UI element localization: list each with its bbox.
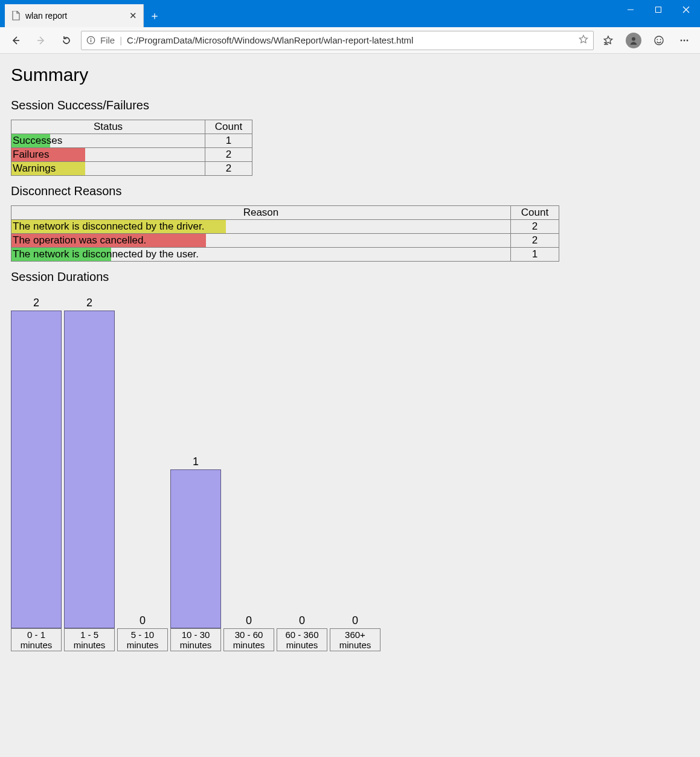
favorite-star-icon[interactable] — [579, 34, 588, 46]
status-table: Status Count Successes1Failures2Warnings… — [11, 120, 252, 176]
more-menu-button[interactable] — [673, 31, 695, 50]
page-content: Summary Session Success/Failures Status … — [0, 54, 700, 675]
forward-button[interactable] — [30, 31, 52, 50]
chart-x-label: 0 - 1minutes — [11, 628, 62, 651]
reason-count-col-header: Count — [511, 206, 559, 220]
chart-x-label: 60 - 360minutes — [277, 628, 327, 651]
chart-bar-column: 0 — [223, 614, 274, 628]
window-controls — [617, 0, 700, 19]
browser-toolbar: File | C:/ProgramData/Microsoft/Windows/… — [0, 27, 700, 54]
profile-avatar[interactable] — [623, 31, 644, 50]
table-row: The operation was cancelled.2 — [11, 234, 559, 248]
svg-point-17 — [687, 39, 689, 41]
window-titlebar: wlan report ✕ ＋ — [0, 0, 700, 27]
close-tab-icon[interactable]: ✕ — [129, 10, 137, 21]
status-count-cell: 1 — [205, 134, 252, 148]
status-col-header: Status — [11, 120, 205, 134]
close-window-button[interactable] — [672, 0, 700, 19]
info-icon — [86, 36, 95, 45]
reason-count-cell: 2 — [511, 220, 559, 234]
chart-bar-column: 2 — [64, 297, 115, 628]
file-icon — [11, 11, 21, 21]
table-row: The network is disconnected by the drive… — [11, 220, 559, 234]
section-heading-durations: Session Durations — [11, 270, 689, 284]
browser-tab-active[interactable]: wlan report ✕ — [5, 4, 144, 27]
svg-point-11 — [632, 37, 635, 40]
chart-bar-column: 0 — [330, 614, 381, 628]
chart-bar-value: 0 — [223, 614, 274, 627]
chart-bar-value: 0 — [330, 614, 381, 627]
chart-bar-column: 0 — [117, 614, 168, 628]
chart-bar-column: 1 — [170, 456, 221, 628]
svg-rect-8 — [91, 39, 91, 42]
chart-bar — [11, 311, 62, 628]
chart-bar-value: 1 — [170, 456, 221, 468]
chart-bar — [64, 311, 115, 628]
status-count-cell: 2 — [205, 162, 252, 176]
status-count-cell: 2 — [205, 148, 252, 162]
table-row: Warnings2 — [11, 162, 252, 176]
status-label-cell: Failures — [11, 148, 205, 162]
table-row: Failures2 — [11, 148, 252, 162]
svg-point-7 — [91, 38, 92, 39]
table-row: The network is disconnected by the user.… — [11, 248, 559, 262]
svg-point-13 — [657, 39, 658, 40]
address-separator: | — [120, 35, 122, 45]
reason-label-cell: The operation was cancelled. — [11, 234, 511, 248]
chart-x-label: 30 - 60minutes — [223, 628, 274, 651]
status-label-cell: Successes — [11, 134, 205, 148]
reason-label-cell: The network is disconnected by the drive… — [11, 220, 511, 234]
refresh-button[interactable] — [56, 31, 77, 50]
reason-count-cell: 2 — [511, 234, 559, 248]
feedback-smiley-icon[interactable] — [648, 31, 670, 50]
reason-count-cell: 1 — [511, 248, 559, 262]
svg-point-15 — [681, 39, 682, 41]
table-row: Successes1 — [11, 134, 252, 148]
tab-title: wlan report — [25, 11, 67, 21]
address-url: C:/ProgramData/Microsoft/Windows/WlanRep… — [127, 35, 574, 45]
chart-x-label: 1 - 5minutes — [64, 628, 115, 651]
favorites-button[interactable] — [597, 31, 619, 50]
chart-bar-value: 2 — [64, 297, 115, 309]
address-scheme-label: File — [100, 35, 115, 45]
chart-bar-column: 0 — [277, 614, 327, 628]
chart-x-label: 5 - 10minutes — [117, 628, 168, 651]
chart-bar-value: 2 — [11, 297, 62, 309]
reason-col-header: Reason — [11, 206, 511, 220]
minimize-button[interactable] — [617, 0, 644, 19]
chart-bar-column: 2 — [11, 297, 62, 628]
section-heading-reasons: Disconnect Reasons — [11, 184, 689, 198]
maximize-button[interactable] — [644, 0, 672, 19]
chart-bar — [170, 469, 221, 628]
reasons-table: Reason Count The network is disconnected… — [11, 205, 559, 262]
status-label-cell: Warnings — [11, 162, 205, 176]
address-bar[interactable]: File | C:/ProgramData/Microsoft/Windows/… — [81, 31, 594, 50]
reason-label-cell: The network is disconnected by the user. — [11, 248, 511, 262]
durations-chart: 2201000 0 - 1minutes1 - 5minutes5 - 10mi… — [11, 292, 689, 651]
page-title: Summary — [11, 65, 689, 85]
new-tab-button[interactable]: ＋ — [144, 4, 165, 27]
svg-point-16 — [684, 39, 686, 41]
chart-bar-value: 0 — [117, 614, 168, 627]
svg-point-12 — [655, 36, 663, 45]
section-heading-statuses: Session Success/Failures — [11, 98, 689, 112]
content-viewport[interactable]: Summary Session Success/Failures Status … — [0, 54, 700, 757]
chart-x-label: 10 - 30minutes — [170, 628, 221, 651]
count-col-header: Count — [205, 120, 252, 134]
chart-x-label: 360+minutes — [330, 628, 381, 651]
tab-strip: wlan report ✕ ＋ — [0, 0, 165, 27]
chart-bar-value: 0 — [277, 614, 327, 627]
back-button[interactable] — [5, 31, 27, 50]
svg-point-14 — [660, 39, 661, 40]
svg-rect-1 — [656, 7, 661, 13]
